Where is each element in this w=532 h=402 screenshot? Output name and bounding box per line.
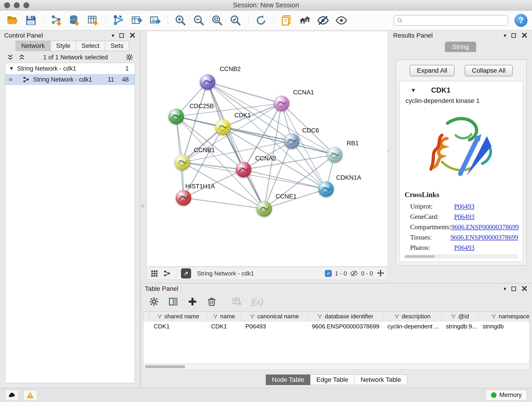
import-table-button[interactable] xyxy=(85,12,101,28)
search-input[interactable] xyxy=(405,17,505,24)
tab-string[interactable]: String xyxy=(445,42,476,52)
export-image-button[interactable] xyxy=(147,12,163,28)
tab-sets[interactable]: Sets xyxy=(105,41,129,51)
network-node-rb1[interactable] xyxy=(327,147,342,162)
birdseye-view-button[interactable] xyxy=(181,268,191,279)
network-node-ccna2[interactable] xyxy=(236,162,251,177)
table-settings-gear-icon[interactable] xyxy=(149,297,159,307)
network-node-cdc25b[interactable] xyxy=(168,109,184,124)
network-row[interactable]: String Network - cdk1 11 48 xyxy=(5,74,135,85)
column-header-name[interactable]: name xyxy=(207,312,241,321)
table-cell[interactable]: P06493 xyxy=(241,321,308,332)
network-edge[interactable] xyxy=(184,198,264,209)
zoom-window-button[interactable] xyxy=(23,2,29,8)
left-splitter-handle[interactable] xyxy=(141,205,144,208)
save-session-button[interactable] xyxy=(23,12,39,28)
collapse-all-button[interactable]: Collapse All xyxy=(465,65,513,76)
crosslink-link[interactable]: 9606.ENSP00000378699 xyxy=(451,223,519,231)
network-icon[interactable] xyxy=(162,269,172,278)
table-cell[interactable]: stringdb:9... xyxy=(442,321,478,332)
close-panel-icon[interactable]: ✕ xyxy=(521,286,528,292)
table-cell[interactable]: cyclin-dependent ... xyxy=(383,321,442,332)
network-collection-row[interactable]: ▼ String Network - cdk1 1 xyxy=(5,63,135,74)
home-button[interactable] xyxy=(297,12,313,28)
expand-all-icon[interactable] xyxy=(18,53,26,61)
network-node-cdk1[interactable] xyxy=(215,119,231,135)
panel-menu-icon[interactable]: ▾ xyxy=(112,33,114,38)
grid-view-icon[interactable] xyxy=(150,269,159,278)
results-horizontal-scrollbar[interactable] xyxy=(404,255,518,258)
scrollbar-thumb[interactable] xyxy=(405,255,435,258)
network-node-ccnb1[interactable] xyxy=(175,154,190,170)
column-header-database-identifier[interactable]: database identifier xyxy=(308,312,383,321)
float-panel-icon[interactable] xyxy=(511,287,516,291)
tab-edge-table[interactable]: Edge Table xyxy=(310,375,355,385)
delete-column-trash-icon[interactable] xyxy=(207,297,217,307)
hide-selected-button[interactable] xyxy=(315,12,331,28)
warnings-button[interactable] xyxy=(23,390,37,400)
collapse-section-icon[interactable]: ▼ xyxy=(411,87,416,94)
zoom-fit-button[interactable] xyxy=(209,12,225,28)
collapse-all-icon[interactable] xyxy=(6,53,14,61)
selected-checkbox-icon[interactable] xyxy=(325,270,332,277)
column-header--id[interactable]: @id xyxy=(442,312,478,321)
scrollbar-thumb[interactable] xyxy=(145,365,185,368)
crosslink-link[interactable]: P06493 xyxy=(454,203,475,210)
duplicate-document-button[interactable] xyxy=(278,12,294,28)
float-panel-icon[interactable] xyxy=(511,33,516,38)
network-edge[interactable] xyxy=(208,82,264,209)
crosslink-link[interactable]: P06493 xyxy=(454,213,475,220)
export-table-button[interactable] xyxy=(129,12,145,28)
tree-expander-icon[interactable]: ▼ xyxy=(9,65,14,71)
crosslink-link[interactable]: 9606.ENSP00000378699 xyxy=(450,234,518,241)
network-node-ccne1[interactable] xyxy=(256,201,272,217)
expand-all-button[interactable]: Expand All xyxy=(410,65,455,76)
table-row[interactable]: CDK1CDK1P064939606.ENSP00000378699cyclin… xyxy=(143,321,530,332)
show-all-button[interactable] xyxy=(333,12,349,28)
gear-icon[interactable] xyxy=(125,53,133,61)
show-columns-icon[interactable] xyxy=(168,297,178,307)
tab-style[interactable]: Style xyxy=(51,41,76,51)
table-horizontal-scrollbar[interactable] xyxy=(143,364,530,370)
minimize-window-button[interactable] xyxy=(14,2,20,8)
zoom-out-button[interactable] xyxy=(191,12,207,28)
network-node-cdkn1a[interactable] xyxy=(318,181,334,197)
zoom-selected-button[interactable] xyxy=(228,12,244,28)
network-node-ccna1[interactable] xyxy=(274,96,289,111)
table-cell[interactable]: stringdb xyxy=(478,321,530,332)
network-edge[interactable] xyxy=(208,82,282,103)
column-header-shared-name[interactable]: shared name xyxy=(150,312,207,321)
panel-menu-icon[interactable]: ▾ xyxy=(504,286,506,292)
import-network-from-database-button[interactable] xyxy=(67,12,83,28)
column-header-description[interactable]: description xyxy=(383,312,442,321)
crosslink-link[interactable]: P06493 xyxy=(454,244,475,251)
float-panel-icon[interactable] xyxy=(119,33,124,38)
table-cell[interactable]: CDK1 xyxy=(207,321,241,332)
tab-select[interactable]: Select xyxy=(76,41,105,51)
table-cell[interactable]: CDK1 xyxy=(150,321,207,332)
network-canvas[interactable]: CCNB2 CCNA1 CDC25B CDK1 CDC6 RB1 CCNB1 C… xyxy=(147,31,388,267)
memory-button[interactable]: Memory xyxy=(486,390,527,400)
column-header-namespace[interactable]: namespace xyxy=(478,312,530,321)
panel-menu-icon[interactable]: ▾ xyxy=(504,33,506,38)
search-field[interactable] xyxy=(394,15,508,26)
tab-network-table[interactable]: Network Table xyxy=(354,375,407,385)
close-panel-icon[interactable]: ✕ xyxy=(129,32,136,39)
network-node-hist1h1a[interactable] xyxy=(176,190,191,206)
import-network-from-file-button[interactable] xyxy=(48,12,64,28)
zoom-in-button[interactable] xyxy=(172,12,189,28)
table-cell[interactable]: 9606.ENSP00000378699 xyxy=(308,321,383,332)
tab-node-table[interactable]: Node Table xyxy=(266,375,310,385)
apply-layout-button[interactable] xyxy=(253,12,269,28)
network-node-ccnb2[interactable] xyxy=(200,74,215,90)
close-window-button[interactable] xyxy=(4,2,10,8)
tab-network[interactable]: Network xyxy=(16,41,51,51)
cloud-status-button[interactable] xyxy=(5,390,19,400)
add-column-icon[interactable] xyxy=(187,297,197,307)
close-panel-icon[interactable]: ✕ xyxy=(521,32,528,39)
network-edge[interactable] xyxy=(182,162,244,170)
new-network-button[interactable] xyxy=(110,12,127,28)
column-header-canonical-name[interactable]: canonical name xyxy=(241,312,308,321)
help-button[interactable]: ? xyxy=(515,14,527,27)
network-node-cdc6[interactable] xyxy=(284,133,299,149)
